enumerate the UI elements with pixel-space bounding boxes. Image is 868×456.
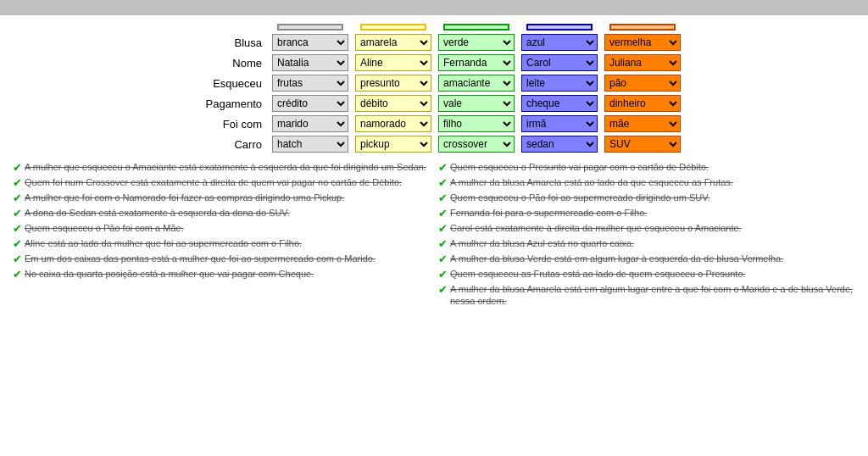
checkmark-icon-6: ✔ xyxy=(13,253,22,265)
cell-row1-col1: NataliaAlineFernandaCarolJuliana xyxy=(352,53,435,73)
clue-item-2: ✔Quem esqueceu o Pão foi ao supermercado… xyxy=(438,192,855,204)
cell-row2-col2: frutaspresuntoamacianteleitepão xyxy=(435,73,518,93)
select-row4-col3[interactable]: maridonamoradofilhoirmãmãe xyxy=(521,115,598,132)
clue-item-6: ✔Em um dos caixas das pontas está a mulh… xyxy=(13,253,430,265)
cell-row3-col0: créditodébitovalechequedinheiro xyxy=(269,93,352,114)
clues-right: ✔Quem esqueceu o Presunto vai pagar com … xyxy=(438,161,855,310)
clue-item-0: ✔A mulher que esqueceu o Amaciante está … xyxy=(13,161,430,174)
select-row4-col1[interactable]: maridonamoradofilhoirmãmãe xyxy=(355,115,431,132)
checkmark-icon-3: ✔ xyxy=(13,207,22,220)
cell-row0-col4: brancaamarelaverdeazulvermelha xyxy=(601,32,684,53)
clue-text-3: Fernanda foi para o supermercado com o F… xyxy=(450,207,647,219)
select-row4-col2[interactable]: maridonamoradofilhoirmãmãe xyxy=(438,115,515,132)
checkmark-icon-3: ✔ xyxy=(438,207,448,220)
checkmark-icon-2: ✔ xyxy=(438,192,448,204)
checkmark-icon-7: ✔ xyxy=(13,268,22,281)
select-row3-col0[interactable]: créditodébitovalechequedinheiro xyxy=(272,95,348,112)
select-row4-col4[interactable]: maridonamoradofilhoirmãmãe xyxy=(604,115,681,132)
select-row5-col4[interactable]: hatchpickupcrossoversedanSUV xyxy=(604,136,681,153)
select-row5-col3[interactable]: hatchpickupcrossoversedanSUV xyxy=(521,136,598,153)
row-label-carro: Carro xyxy=(184,134,269,154)
clue-text-1: Quem foi num Crossover está exatamente à… xyxy=(25,176,402,188)
row-label-esqueceu: Esqueceu xyxy=(184,73,269,93)
select-row3-col1[interactable]: créditodébitovalechequedinheiro xyxy=(355,95,431,112)
cell-row5-col1: hatchpickupcrossoversedanSUV xyxy=(352,134,435,154)
select-row2-col3[interactable]: frutaspresuntoamacianteleitepão xyxy=(521,75,598,92)
clue-item-3: ✔A dona do Sedan está exatamente à esque… xyxy=(13,207,430,220)
cell-row5-col3: hatchpickupcrossoversedanSUV xyxy=(518,134,601,154)
clue-text-0: Quem esqueceu o Presunto vai pagar com o… xyxy=(450,161,709,173)
select-row0-col3[interactable]: brancaamarelaverdeazulvermelha xyxy=(521,34,598,51)
select-row2-col1[interactable]: frutaspresuntoamacianteleitepão xyxy=(355,75,431,92)
checkmark-icon-4: ✔ xyxy=(13,222,22,235)
checkmark-icon-5: ✔ xyxy=(13,237,22,250)
clue-text-7: Quem esqueceu as Frutas está ao lado de … xyxy=(450,268,746,280)
checkmark-icon-1: ✔ xyxy=(438,176,448,189)
select-row5-col0[interactable]: hatchpickupcrossoversedanSUV xyxy=(272,136,348,153)
select-row4-col0[interactable]: maridonamoradofilhoirmãmãe xyxy=(272,115,348,132)
select-row1-col0[interactable]: NataliaAlineFernandaCarolJuliana xyxy=(272,54,348,71)
cell-row0-col3: brancaamarelaverdeazulvermelha xyxy=(518,32,601,53)
select-row1-col3[interactable]: NataliaAlineFernandaCarolJuliana xyxy=(521,54,598,71)
select-row0-col1[interactable]: brancaamarelaverdeazulvermelha xyxy=(355,34,431,51)
clue-item-7: ✔Quem esqueceu as Frutas está ao lado de… xyxy=(438,268,855,281)
select-row5-col1[interactable]: hatchpickupcrossoversedanSUV xyxy=(355,136,431,153)
checkmark-icon-0: ✔ xyxy=(13,161,22,174)
clue-item-6: ✔A mulher da blusa Verde está em algum l… xyxy=(438,253,855,265)
clue-item-1: ✔A mulher da blusa Amarela está ao lado … xyxy=(438,176,855,189)
cell-row2-col0: frutaspresuntoamacianteleitepão xyxy=(269,73,352,93)
clue-text-7: No caixa da quarta posição está a mulher… xyxy=(25,268,314,280)
box3-header xyxy=(443,24,509,31)
clue-text-0: A mulher que esqueceu o Amaciante está e… xyxy=(25,161,426,173)
select-row3-col2[interactable]: créditodébitovalechequedinheiro xyxy=(438,95,515,112)
select-row1-col1[interactable]: NataliaAlineFernandaCarolJuliana xyxy=(355,54,431,71)
cell-row5-col0: hatchpickupcrossoversedanSUV xyxy=(269,134,352,154)
cell-row1-col0: NataliaAlineFernandaCarolJuliana xyxy=(269,53,352,73)
clue-text-4: Carol está exatamente à direita da mulhe… xyxy=(450,222,742,234)
box2-header xyxy=(360,24,426,31)
clue-item-7: ✔No caixa da quarta posição está a mulhe… xyxy=(13,268,430,281)
cell-row4-col4: maridonamoradofilhoirmãmãe xyxy=(601,114,684,134)
select-row2-col4[interactable]: frutaspresuntoamacianteleitepão xyxy=(604,75,681,92)
cell-row0-col2: brancaamarelaverdeazulvermelha xyxy=(435,32,518,53)
cell-row2-col3: frutaspresuntoamacianteleitepão xyxy=(518,73,601,93)
cell-row2-col4: frutaspresuntoamacianteleitepão xyxy=(601,73,684,93)
clue-text-6: Em um dos caixas das pontas está a mulhe… xyxy=(25,253,376,264)
cell-row3-col3: créditodébitovalechequedinheiro xyxy=(518,93,601,114)
boxes-table: Blusabrancaamarelaverdeazulvermelhabranc… xyxy=(184,22,684,154)
select-row3-col4[interactable]: créditodébitovalechequedinheiro xyxy=(604,95,681,112)
checkmark-icon-4: ✔ xyxy=(438,222,448,235)
row-label-pagamento: Pagamento xyxy=(184,93,269,114)
select-row1-col2[interactable]: NataliaAlineFernandaCarolJuliana xyxy=(438,54,515,71)
box4-header xyxy=(526,24,593,31)
clues-section: ✔A mulher que esqueceu o Amaciante está … xyxy=(8,161,860,310)
cell-row4-col0: maridonamoradofilhoirmãmãe xyxy=(269,114,352,134)
select-row2-col0[interactable]: frutaspresuntoamacianteleitepão xyxy=(272,75,348,92)
cell-row5-col2: hatchpickupcrossoversedanSUV xyxy=(435,134,518,154)
clue-item-2: ✔A mulher que foi com o Namorado foi faz… xyxy=(13,192,430,204)
select-row3-col3[interactable]: créditodébitovalechequedinheiro xyxy=(521,95,598,112)
clue-item-4: ✔Quem esqueceu o Pão foi com a Mãe. xyxy=(13,222,430,235)
select-row0-col4[interactable]: brancaamarelaverdeazulvermelha xyxy=(604,34,681,51)
clue-item-0: ✔Quem esqueceu o Presunto vai pagar com … xyxy=(438,161,855,174)
clue-text-4: Quem esqueceu o Pão foi com a Mãe. xyxy=(25,222,184,234)
cell-row2-col1: frutaspresuntoamacianteleitepão xyxy=(352,73,435,93)
clue-text-3: A dona do Sedan está exatamente à esquer… xyxy=(25,207,290,219)
clue-item-8: ✔A mulher da blusa Amarela está em algum… xyxy=(438,283,855,308)
select-row0-col2[interactable]: brancaamarelaverdeazulvermelha xyxy=(438,34,515,51)
select-row0-col0[interactable]: brancaamarelaverdeazulvermelha xyxy=(272,34,348,51)
row-label-foi com: Foi com xyxy=(184,114,269,134)
clue-item-1: ✔Quem foi num Crossover está exatamente … xyxy=(13,176,430,189)
clue-text-2: Quem esqueceu o Pão foi ao supermercado … xyxy=(450,192,710,203)
clues-left: ✔A mulher que esqueceu o Amaciante está … xyxy=(13,161,430,310)
cell-row4-col3: maridonamoradofilhoirmãmãe xyxy=(518,114,601,134)
clue-text-5: A mulher da blusa Azul está no quarto ca… xyxy=(450,237,634,249)
select-row2-col2[interactable]: frutaspresuntoamacianteleitepão xyxy=(438,75,515,92)
cell-row4-col2: maridonamoradofilhoirmãmãe xyxy=(435,114,518,134)
checkmark-icon-7: ✔ xyxy=(438,268,448,281)
cell-row3-col4: créditodébitovalechequedinheiro xyxy=(601,93,684,114)
select-row1-col4[interactable]: NataliaAlineFernandaCarolJuliana xyxy=(604,54,681,71)
clue-text-8: A mulher da blusa Amarela está em algum … xyxy=(450,283,855,308)
select-row5-col2[interactable]: hatchpickupcrossoversedanSUV xyxy=(438,136,515,153)
cell-row1-col3: NataliaAlineFernandaCarolJuliana xyxy=(518,53,601,73)
